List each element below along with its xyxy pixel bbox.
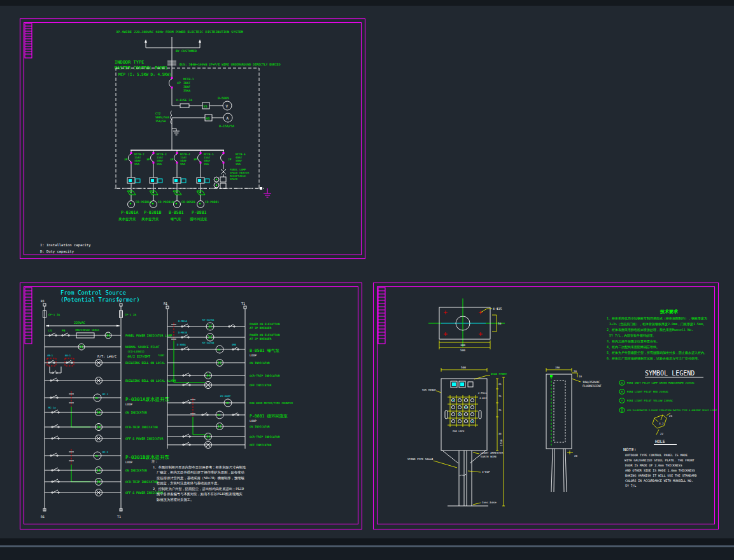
rlabel-power-on-2b: AT 2P BREAKER [250, 337, 272, 340]
mccb1-rating-af: 30AF [183, 85, 190, 88]
contact-tag-mc1a: MC-1a [48, 406, 55, 409]
tech-req-title: 技术要求 [660, 309, 679, 314]
feeder-poles: 2P [228, 158, 232, 161]
rail-r1-bottom: R1 [41, 515, 45, 519]
feeder-ka: 5KA [180, 162, 185, 165]
voltage-dimension [46, 325, 120, 327]
note-line: OUTDOOR TYPE CONTROL PANEL IS MADE [625, 454, 688, 457]
rloop1-sub: LOOP [250, 354, 257, 357]
frontview-pull-label: 2-PULL [478, 391, 487, 395]
panel-front-view [436, 368, 505, 506]
voltmeter-letter: V [226, 104, 229, 108]
sideview-dim-350: 350 [555, 366, 560, 369]
row-label-ocr2: OCR-TRIP INDICATOR [125, 480, 158, 484]
sheet2-title-line2: (Potential Transformer) [60, 297, 140, 303]
pt-circuit-ref: (CO-L0301) [127, 350, 145, 353]
rlabel-off1: OFF INDICATOR [250, 384, 272, 387]
rrow-ocr1 [167, 372, 245, 379]
sideview-dim-10: 10 [579, 375, 582, 378]
note-line: 厂确定，柜内元器件排列以便于操作维护为原则，如有变动 [157, 470, 244, 475]
note-line: 注： [152, 459, 159, 463]
tech-line: 3、柜内元器件按图示位置布置安装。 [607, 339, 660, 344]
legend-row: G MINI UNIT PILOT LAMP GREEN MONOCHROME … [619, 381, 695, 386]
legend-symbol-text: MINI UNIT PILOT LAMP GREEN MONOCHROME 22… [627, 381, 695, 384]
drawing-sheet-control-schematic: From Control Source (Potential Transform… [19, 282, 363, 530]
feeder-poles: 3P [146, 158, 150, 161]
note-line: COLORS IN ACCORDANCE WITH MUNSELL NO. [625, 479, 693, 482]
legend-row: Y MINI LIGHT PILOT YELLOW 220VAC [619, 398, 674, 403]
ls-switch-label: LS [48, 329, 52, 332]
rloop2-sub: LOOP [250, 419, 257, 423]
voltmeter-fuse-label: D-FUSE 2A [176, 99, 192, 102]
ct-rating: 500V/5VA [155, 116, 169, 119]
note-line: 栓固定，安装时注意柜体与基础的水平度。 [157, 481, 221, 486]
row-label-bell-local: BUILDING BELL ON LOCAL [125, 361, 165, 365]
transformer-label: 380/220VAC 100VA [75, 328, 99, 332]
rrow-off2 [167, 442, 245, 449]
motor-name-cn: 废水提升泵 [141, 217, 159, 221]
topview-right-dim: 50 [498, 322, 502, 325]
legend-row: AIR ILLUMINATED 3-PHASE ISOLATION SWITCH… [619, 408, 717, 413]
mccb1-poles-label: 4P [177, 81, 181, 85]
rlabel-power-on-1a: POWER ON ELEVATION [250, 323, 280, 326]
tech-line: 3+3>（含前后门板），柜体骨架钢板厚度2.0mm，门板厚度1.5mm。 [609, 322, 706, 326]
note-line: WITH GALVANIZED STEEL PLATE. THE FRONT [625, 459, 695, 462]
rlabel-on2: ON INDICATOR [250, 425, 270, 428]
fuse-tag-r: CP-1 2A [48, 313, 60, 316]
buried-wire-note: 2P+P/E WIRE UNDERGROUND DIRECTLY BURIED [209, 63, 281, 66]
row-ocr1 [45, 424, 121, 431]
motor-code: P-0801 [192, 210, 207, 215]
legs-base-label: Conc.base [482, 501, 497, 504]
rrow-ocr2 [167, 433, 245, 440]
sideview-lamp-label1: 10W/250VAC [582, 381, 600, 384]
sideview-dim-20b: 20 [574, 454, 577, 458]
voltmeter-selector-label: VS [204, 104, 208, 108]
panel-top-view [428, 298, 505, 349]
row-loop1-coil [45, 391, 121, 427]
panel-side-view [546, 368, 581, 492]
loop2-sub: LOOP [125, 461, 132, 464]
note-line: 应征得设计方同意，基础采用（50×70）槽钢制作，预埋螺 [157, 476, 244, 480]
tech-line: 5Y 7/L，内部安装件镀锌处理。 [609, 333, 656, 338]
motor-name-cn: 废水提升泵 [118, 217, 136, 221]
feeder-branch-aux [214, 150, 226, 188]
rrow-loop2-coil [167, 411, 245, 435]
tech-line: 6、柜体出厂前应做绝缘耐压试验，试验合格后方可出厂交付使用。 [607, 356, 701, 361]
frontview-top-dim: 500 [461, 366, 466, 369]
motor-tag: CO-P0301B [158, 200, 174, 204]
rrow-timer [167, 398, 245, 417]
tag-d300: D-300A [177, 343, 186, 346]
rrow-meter2 [167, 333, 245, 341]
contact-tag-88: 88-1 [65, 354, 71, 357]
capacity-note-2: D: Duty capacity [40, 249, 74, 254]
row-off1 [45, 435, 121, 442]
coil-letter-mc: MC [95, 396, 99, 400]
frontview-padlock-label: PAD LOCK [453, 430, 465, 433]
legend-symbol-letter: Y [621, 399, 623, 402]
rrow-on1 [167, 360, 245, 367]
drawing-sheet-panel-outline: 4-Φ25 50 300 500 500 DEAD FRONT SUS HING… [372, 282, 719, 530]
cad-canvas[interactable]: 3P-4WIRE 220~380VAC 60Hz FROM POWER ELEC… [0, 0, 734, 560]
fuse-tag-t: CP-1 2A [125, 313, 137, 316]
rloop2-title: P-0801 循环回流泵 [250, 414, 288, 419]
panel-pedestal [434, 451, 488, 506]
tech-line: 1、柜体采用优质冷轧钢板弯制焊接而成（柜体按图制作），钢板厚度为 [607, 316, 707, 321]
tech-line: 2、柜体表面采用静电粉末喷涂处理，颜色采用Munsell No. [607, 328, 693, 332]
motor-tag: CO-B0501 [181, 200, 195, 204]
rcoil-tm-letter: TM [226, 402, 230, 405]
frontview-hinge-label: SUS HINGE [422, 388, 436, 391]
feeder-poles: 3P [194, 158, 197, 161]
pb-switch-label: PB [62, 329, 66, 332]
row-loop2-coil [45, 449, 121, 482]
motor-code: P-0301A [121, 210, 138, 215]
rrow-on2 [167, 423, 245, 430]
feeder-poles: 3P [124, 158, 128, 161]
mccb1-rating-at: 30AT [183, 81, 190, 85]
legs-standpipe-label: STAND PIPE 50mmΦ [407, 458, 434, 461]
loop1-sub: LOOP [125, 403, 132, 406]
row-label-source-pilot: NORMAL SOURCE PILOT [125, 346, 160, 349]
note-line: 5Y 7/L [625, 484, 636, 487]
capacity-note-1: I: Installation capacity [40, 243, 91, 248]
legs-egp-label: 4"EGP [482, 470, 490, 473]
topview-bottom-dim1: 300 [460, 344, 465, 347]
